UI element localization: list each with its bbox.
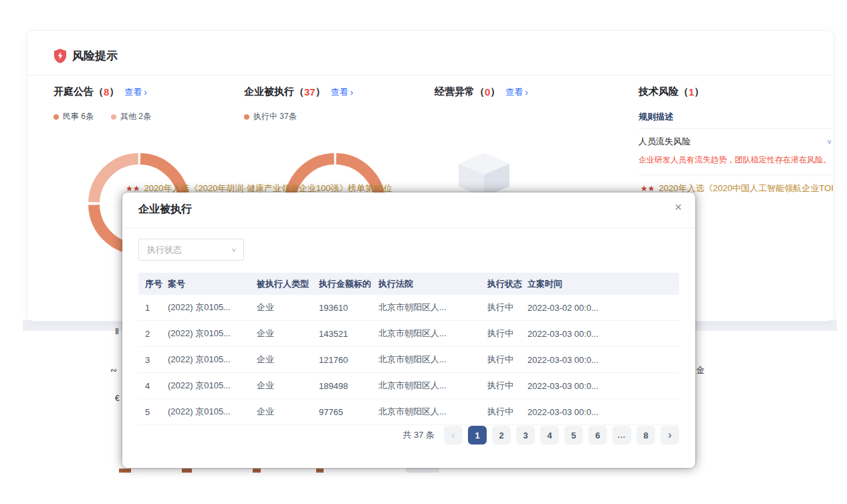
honors-strip: ★★2020年入选《2020年胡润·健康产业领发企业100强》榜单第85位 ★★…: [27, 183, 833, 193]
view-link[interactable]: 查看›: [124, 86, 147, 98]
modal-title: 企业被执行: [138, 203, 192, 217]
page-ellipsis[interactable]: ...: [612, 426, 631, 445]
column-header: 执行状态: [487, 278, 527, 290]
card-header-divider: [27, 75, 832, 76]
table-cell: 5: [145, 407, 168, 417]
table-row: 3(2022) 京0105...企业121760北京市朝阳区人...执行中202…: [138, 347, 679, 373]
star-icons: ★★: [640, 184, 655, 193]
table-cell: 1: [145, 303, 168, 313]
table-row: 1(2022) 京0105...企业193610北京市朝阳区人...执行中202…: [138, 295, 679, 321]
table-cell: 北京市朝阳区人...: [378, 380, 487, 392]
table-cell: 北京市朝阳区人...: [378, 301, 487, 313]
column-header: 序号: [145, 278, 168, 290]
column-header: 立案时间: [527, 278, 621, 290]
table-cell: 企业: [257, 406, 319, 418]
view-link[interactable]: 查看›: [505, 86, 528, 98]
court-announcement-legend: 民事 6条其他 2条: [53, 111, 151, 122]
section-count: 1: [689, 86, 694, 98]
shield-alert-icon: [53, 49, 67, 64]
section-count: 8: [104, 86, 109, 98]
view-link[interactable]: 查看›: [331, 86, 354, 98]
execution-table: 序号案号被执行人类型执行金额标的执行法院执行状态立案时间 1(2022) 京01…: [138, 273, 679, 425]
section-operation-abnormal: 经营异常（0） 查看›: [435, 86, 528, 98]
legend-dot-icon: [244, 114, 249, 120]
table-row: 2(2022) 京0105...企业143521北京市朝阳区人...执行中202…: [138, 321, 679, 347]
table-cell: 北京市朝阳区人...: [378, 354, 487, 366]
legend-dot-icon: [111, 114, 116, 120]
honor-item: ★★2020年入选《2020年胡润·健康产业领发企业100强》榜单第85位: [126, 183, 392, 193]
column-header: 执行金额标的: [319, 278, 378, 290]
clipped-bar-fragment: [253, 469, 261, 473]
table-cell: (2022) 京0105...: [168, 328, 257, 340]
chevron-right-icon: ›: [350, 88, 354, 97]
table-cell: 2022-03-03 00:0...: [527, 407, 621, 417]
chevron-down-icon: ∨: [231, 246, 237, 253]
legend-label: 执行中 37条: [253, 111, 297, 122]
close-icon[interactable]: ×: [675, 201, 682, 213]
clipped-bar-fragment: [182, 469, 192, 473]
table-cell: (2022) 京0105...: [168, 406, 257, 418]
rule-description-label: 规则描述: [638, 111, 673, 123]
page-button-1[interactable]: 1: [468, 426, 487, 445]
column-header: 执行法院: [378, 278, 487, 290]
legend-item: 其他 2条: [111, 111, 151, 122]
legend-item: 民事 6条: [53, 111, 94, 122]
star-icons: ★★: [126, 184, 140, 193]
page-buttons: ‹123456...8›: [444, 426, 679, 445]
table-cell: 4: [145, 381, 168, 391]
table-cell: 执行中: [487, 406, 527, 418]
table-cell: 执行中: [487, 301, 527, 313]
page-button-8[interactable]: 8: [636, 426, 655, 445]
table-cell: 143521: [319, 329, 378, 339]
section-tech-risk: 技术风险（1）: [638, 86, 704, 98]
table-cell: 企业: [257, 354, 319, 366]
section-count: 37: [304, 86, 316, 98]
table-header-row: 序号案号被执行人类型执行金额标的执行法院执行状态立案时间: [138, 273, 679, 295]
table-cell: 企业: [257, 301, 319, 313]
chevron-down-icon[interactable]: ∨: [826, 138, 832, 145]
section-count: 0: [485, 86, 490, 98]
next-page-button[interactable]: ›: [660, 426, 679, 445]
page-button-3[interactable]: 3: [516, 426, 535, 445]
table-cell: 2022-03-03 00:0...: [527, 329, 621, 339]
table-cell: 2: [145, 329, 168, 339]
prev-page-button[interactable]: ‹: [444, 426, 463, 445]
table-cell: 企业: [257, 380, 319, 392]
pagination-total: 共 37 条: [402, 429, 435, 441]
legend-dot-icon: [53, 114, 59, 120]
enterprise-execution-modal: 企业被执行 × 执行状态 ∨ 序号案号被执行人类型执行金额标的执行法院执行状态立…: [122, 193, 695, 468]
page-button-5[interactable]: 5: [564, 426, 583, 445]
select-placeholder: 执行状态: [147, 244, 182, 256]
page-button-6[interactable]: 6: [588, 426, 607, 445]
table-cell: 121760: [319, 355, 378, 365]
risk-item-label: 人员流失风险: [638, 136, 691, 148]
table-cell: 2022-03-03 00:0...: [527, 381, 621, 391]
enterprise-execution-legend: 执行中 37条: [244, 111, 297, 122]
risk-description-text: 企业研发人员有流失趋势，团队稳定性存在潜在风险。: [638, 154, 834, 166]
section-title: 开庭公告: [53, 86, 94, 98]
risk-item-row[interactable]: 人员流失风险 ∨: [638, 136, 832, 148]
page-button-4[interactable]: 4: [540, 426, 559, 445]
modal-header-divider: [122, 228, 695, 229]
legend-item: 执行中 37条: [244, 111, 297, 122]
clipped-text-fragment: Ⅱ: [115, 327, 119, 336]
table-cell: 3: [145, 355, 168, 365]
table-cell: 执行中: [487, 354, 527, 366]
execution-status-select[interactable]: 执行状态 ∨: [138, 239, 244, 261]
tech-panel-divider: [638, 128, 832, 129]
section-title: 企业被执行: [244, 86, 294, 98]
honor-item: ★★2020年入选《2020中国人工智能领航企业TOP50》: [640, 183, 833, 193]
table-cell: (2022) 京0105...: [168, 380, 257, 392]
table-cell: 193610: [319, 303, 378, 313]
clipped-text-fragment: ∾: [110, 366, 117, 375]
table-row: 5(2022) 京0105...企业97765北京市朝阳区人...执行中2022…: [138, 399, 679, 425]
chevron-right-icon: ›: [525, 88, 528, 97]
table-cell: 北京市朝阳区人...: [378, 406, 487, 418]
table-cell: 企业: [257, 328, 319, 340]
tech-panel-divider: [638, 174, 832, 175]
section-enterprise-execution: 企业被执行（37） 查看›: [244, 86, 353, 98]
table-cell: 2022-03-03 00:0...: [527, 355, 621, 365]
card-title: 风险提示: [72, 48, 118, 64]
page-button-2[interactable]: 2: [492, 426, 511, 445]
column-header: 被执行人类型: [257, 278, 319, 290]
